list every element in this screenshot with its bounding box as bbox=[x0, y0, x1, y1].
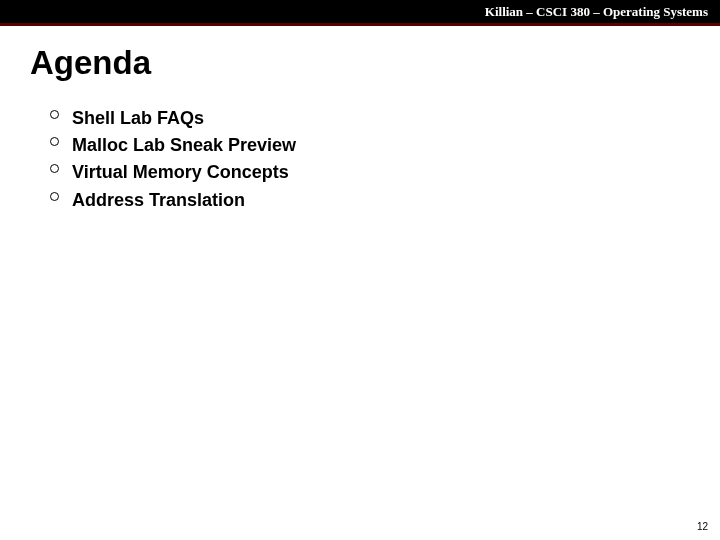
header-bar: Killian – CSCI 380 – Operating Systems bbox=[0, 0, 720, 26]
bullet-text: Virtual Memory Concepts bbox=[72, 162, 289, 182]
bullet-icon bbox=[50, 110, 59, 119]
slide-content: Agenda Shell Lab FAQs Malloc Lab Sneak P… bbox=[0, 26, 720, 213]
list-item: Address Translation bbox=[50, 188, 690, 213]
list-item: Malloc Lab Sneak Preview bbox=[50, 133, 690, 158]
list-item: Virtual Memory Concepts bbox=[50, 160, 690, 185]
page-number: 12 bbox=[697, 521, 708, 532]
slide-title: Agenda bbox=[30, 44, 690, 82]
bullet-text: Address Translation bbox=[72, 190, 245, 210]
list-item: Shell Lab FAQs bbox=[50, 106, 690, 131]
bullet-text: Malloc Lab Sneak Preview bbox=[72, 135, 296, 155]
bullet-icon bbox=[50, 192, 59, 201]
course-info: Killian – CSCI 380 – Operating Systems bbox=[485, 4, 708, 20]
bullet-icon bbox=[50, 164, 59, 173]
bullet-text: Shell Lab FAQs bbox=[72, 108, 204, 128]
bullet-icon bbox=[50, 137, 59, 146]
agenda-list: Shell Lab FAQs Malloc Lab Sneak Preview … bbox=[30, 106, 690, 213]
